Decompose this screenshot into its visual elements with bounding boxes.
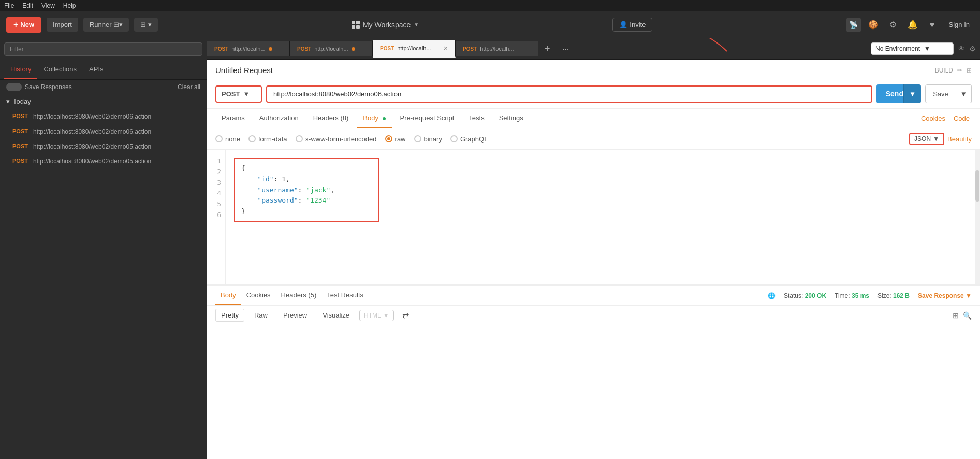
- add-tab-button[interactable]: +: [538, 39, 557, 59]
- body-type-raw[interactable]: raw: [385, 135, 406, 143]
- response-tab-cookies[interactable]: Cookies: [241, 286, 276, 305]
- save-responses-toggle[interactable]: [6, 83, 22, 91]
- format-tab-visualize[interactable]: Visualize: [317, 309, 355, 322]
- search-input[interactable]: [4, 42, 202, 56]
- url-bar: POST ▼ Send ▼ Save ▼: [207, 79, 980, 109]
- method-label: POST: [222, 90, 240, 98]
- scrollbar-thumb[interactable]: [975, 170, 979, 202]
- menu-view[interactable]: View: [41, 2, 55, 9]
- code-link[interactable]: Code: [952, 109, 972, 127]
- environment-selector[interactable]: No Environment ▼: [871, 42, 954, 55]
- tab-params[interactable]: Params: [215, 109, 251, 128]
- code-content[interactable]: { "id": 1, "username": "jack", "password…: [226, 150, 975, 284]
- line-number: 6: [213, 210, 221, 221]
- sidebar-tabs: History Collections APIs: [0, 60, 207, 80]
- tab-url: http://localh...: [397, 45, 431, 51]
- edit-icon[interactable]: ✏: [957, 67, 962, 74]
- response-format-selector[interactable]: HTML ▼: [359, 310, 394, 321]
- sidebar-tab-collections[interactable]: Collections: [37, 60, 83, 79]
- method-selector[interactable]: POST ▼: [215, 85, 262, 103]
- chevron-down-icon: ▼: [383, 312, 389, 319]
- copy-icon[interactable]: ⊞: [953, 311, 959, 320]
- beautify-button[interactable]: Beautify: [947, 135, 972, 143]
- menu-file[interactable]: File: [4, 2, 14, 9]
- request-tabs: POST http://localh... POST http://localh…: [207, 38, 867, 59]
- response-tab-headers[interactable]: Headers (5): [276, 286, 322, 305]
- save-group: Save ▼: [925, 84, 972, 103]
- list-item[interactable]: POST http://localhost:8080/web02/demo05.…: [6, 139, 200, 154]
- sidebar-tab-history[interactable]: History: [4, 60, 37, 79]
- more-tabs-button[interactable]: ···: [557, 40, 575, 57]
- eye-icon[interactable]: 👁: [958, 45, 965, 53]
- today-header[interactable]: ▾ Today: [6, 97, 200, 105]
- workspace-icon: [352, 21, 360, 29]
- tab-authorization[interactable]: Authorization: [253, 109, 305, 128]
- notification-icon[interactable]: 🔔: [905, 18, 920, 32]
- sidebar-tab-apis[interactable]: APIs: [83, 60, 109, 79]
- tab-tests[interactable]: Tests: [462, 109, 490, 128]
- menu-edit[interactable]: Edit: [22, 2, 33, 9]
- response-panel: Body Cookies Headers (5) Test Results 🌐 …: [207, 284, 980, 347]
- format-tab-raw[interactable]: Raw: [248, 309, 273, 322]
- heart-icon[interactable]: ♥: [925, 18, 940, 32]
- radio-form-data: [248, 135, 256, 142]
- tab-settings[interactable]: Settings: [493, 109, 530, 128]
- request-tab-3[interactable]: POST http://localh... ×: [373, 40, 456, 58]
- wrap-icon[interactable]: ⇄: [402, 310, 409, 320]
- body-type-graphql[interactable]: GraphQL: [450, 135, 488, 143]
- url-input[interactable]: [266, 85, 872, 103]
- send-dropdown-button[interactable]: ▼: [903, 84, 921, 103]
- runner-button[interactable]: Runner ⊞▾: [83, 18, 129, 32]
- method-badge: POST: [12, 142, 29, 149]
- radio-graphql: [450, 135, 458, 142]
- import-button[interactable]: Import: [47, 18, 78, 32]
- save-button[interactable]: Save: [925, 84, 956, 103]
- response-tab-body[interactable]: Body: [215, 286, 241, 305]
- code-editor[interactable]: 1 2 3 4 5 6 { "id": 1, "username":: [207, 150, 980, 284]
- tab-url: http://localh...: [480, 46, 514, 52]
- clear-all-button[interactable]: Clear all: [178, 83, 200, 91]
- build-controls: BUILD ✏ ⊞: [935, 67, 972, 74]
- new-button[interactable]: + New: [6, 17, 41, 33]
- response-tab-test-results[interactable]: Test Results: [321, 286, 369, 305]
- request-tab-4[interactable]: POST http://localh...: [456, 41, 538, 56]
- save-dropdown-button[interactable]: ▼: [956, 84, 972, 103]
- search-icon[interactable]: 🔍: [963, 311, 972, 320]
- broadcast-icon[interactable]: 📡: [846, 18, 861, 32]
- list-item[interactable]: POST http://localhost:8080/web02/demo06.…: [6, 109, 200, 124]
- expand-icon[interactable]: ⊞: [967, 67, 972, 74]
- tab-pre-request-script[interactable]: Pre-request Script: [394, 109, 461, 128]
- menu-help[interactable]: Help: [63, 2, 76, 9]
- cookies-link[interactable]: Cookies: [919, 109, 947, 127]
- tab-headers[interactable]: Headers (8): [307, 109, 355, 128]
- close-icon[interactable]: ×: [444, 44, 448, 52]
- list-item[interactable]: POST http://localhost:8080/web02/demo05.…: [6, 154, 200, 169]
- cookie-icon[interactable]: 🍪: [866, 18, 881, 32]
- request-tab-1[interactable]: POST http://localh...: [207, 41, 290, 56]
- env-settings-icon[interactable]: ⚙: [969, 45, 976, 53]
- size-label: Size: 162 B: [877, 292, 910, 299]
- request-tab-2[interactable]: POST http://localh...: [290, 41, 373, 56]
- workspace-selector[interactable]: My Workspace ▼: [352, 21, 419, 29]
- tab-body[interactable]: Body: [357, 109, 391, 128]
- body-type-form-data[interactable]: form-data: [248, 135, 287, 143]
- today-section: ▾ Today POST http://localhost:8080/web02…: [0, 94, 207, 172]
- body-type-binary[interactable]: binary: [414, 135, 442, 143]
- tab-method-badge: POST: [214, 46, 228, 52]
- invite-button[interactable]: 👤 Invite: [612, 18, 652, 32]
- sign-in-link[interactable]: Sign In: [945, 19, 974, 31]
- body-type-none[interactable]: none: [215, 135, 240, 143]
- format-tab-preview[interactable]: Preview: [277, 309, 313, 322]
- editor-scrollbar[interactable]: [975, 150, 980, 284]
- save-response-button[interactable]: Save Response ▼: [918, 292, 972, 299]
- send-button[interactable]: Send: [876, 84, 903, 103]
- body-type-urlencoded[interactable]: x-www-form-urlencoded: [296, 135, 377, 143]
- globe-icon: 🌐: [768, 292, 776, 299]
- json-code-box: { "id": 1, "username": "jack", "password…: [234, 158, 379, 222]
- format-tab-pretty[interactable]: Pretty: [215, 309, 244, 322]
- list-item[interactable]: POST http://localhost:8080/web02/demo06.…: [6, 124, 200, 139]
- json-format-selector[interactable]: JSON ▼: [909, 133, 944, 145]
- layout-button[interactable]: ⊞ ▾: [134, 18, 158, 32]
- settings-icon[interactable]: ⚙: [886, 18, 900, 32]
- tab-url: http://localh...: [231, 46, 265, 52]
